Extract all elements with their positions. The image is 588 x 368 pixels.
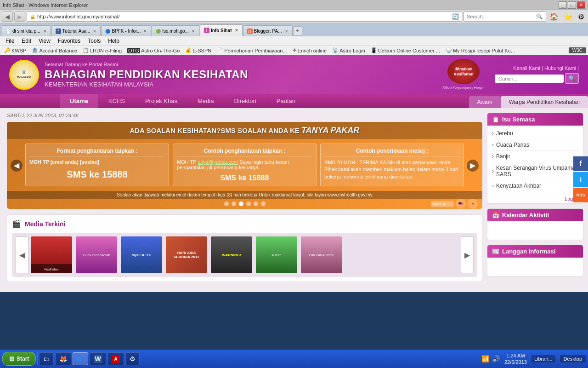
sidebar-arrow-3: › <box>492 153 494 160</box>
sidebar-item-banjir[interactable]: › Banjir <box>492 151 578 162</box>
taskbar-desktop-label[interactable]: Librari... <box>531 355 555 362</box>
tab-close-6[interactable]: ✕ <box>285 29 288 34</box>
fav-account-balance[interactable]: 🏦 Account Balance <box>29 47 79 54</box>
tab-blogger[interactable]: B Blogger: PA... ✕ <box>243 25 293 36</box>
banner-next[interactable]: ▶ <box>467 160 479 172</box>
nav-wrapper: Utama KCHS Projek Khas Media Direktori P… <box>0 94 588 108</box>
media-thumb-2[interactable]: Guru Prasekolah <box>76 236 117 273</box>
fav-permohonan[interactable]: 📄 Permohonan Pembiayaan... <box>215 47 289 54</box>
fav-kwsp[interactable]: 🔑 KWSP <box>2 47 28 54</box>
social-twitter[interactable]: t <box>573 172 588 187</box>
media-thumb-1[interactable]: Kesihatan <box>31 236 72 273</box>
carousel-prev[interactable]: ◀ <box>16 236 28 273</box>
tab-close-2[interactable]: ✕ <box>93 29 96 34</box>
nav-media[interactable]: Media <box>187 94 224 108</box>
social-rss[interactable]: RSS <box>573 188 588 202</box>
sidebar-isu-more[interactable]: Lagi... <box>487 194 583 203</box>
maximize-btn[interactable]: □ <box>568 1 576 9</box>
fav-lhdn[interactable]: 📋 LHDN e-Filing <box>80 47 124 54</box>
fav-astro[interactable]: OTG Astro On-The-Go <box>125 47 182 54</box>
media-thumb-4[interactable]: HARI AIDSSEDUNIA 2012 <box>166 236 207 273</box>
menu-favorites[interactable]: Favorites <box>54 37 84 45</box>
window-chrome: Info Sihat - Windows Internet Explorer _… <box>0 0 588 10</box>
banner-dot-3[interactable] <box>239 201 243 206</box>
banner-prev[interactable]: ◀ <box>11 160 23 172</box>
minimize-btn[interactable]: _ <box>559 1 567 9</box>
media-thumb-6[interactable]: Autism <box>256 236 297 273</box>
aud-tab-warga[interactable]: Warga Pendidikan Kesihatan <box>501 96 588 108</box>
sidebar-item-kenyataan[interactable]: › Kenyataan Akhbar <box>492 180 578 191</box>
fav-enrich-label: Enrich online <box>298 48 327 53</box>
nav-kchs[interactable]: KCHS <box>98 94 135 108</box>
search-form: 🔍 <box>495 73 579 84</box>
tab-label-5: Info Sihat <box>211 28 232 33</box>
aud-tab-awam[interactable]: Awam <box>469 96 501 108</box>
menu-edit[interactable]: Edit <box>18 37 35 45</box>
media-thumb-5[interactable]: WARNING! <box>211 236 252 273</box>
banner-dot-6[interactable] <box>261 201 266 206</box>
taskbar-explorer[interactable]: 🗂 <box>39 352 54 365</box>
taskbar-ie[interactable]: e <box>73 352 88 365</box>
tab-close-1[interactable]: ✕ <box>43 29 47 34</box>
carousel-next[interactable]: ▶ <box>461 236 474 273</box>
fav-enrich[interactable]: ✈ Enrich online <box>290 47 329 54</box>
search-bar[interactable]: 🔍 <box>464 12 546 22</box>
tab-close-5[interactable]: ✕ <box>235 28 238 33</box>
taskbar-acrobat[interactable]: A <box>107 352 124 365</box>
w3c-badge[interactable]: W3C <box>569 47 586 53</box>
banner-dot-4[interactable] <box>246 201 251 206</box>
sidebar-item-jerebu[interactable]: › Jerebu <box>492 128 578 139</box>
sidebar-item-cuaca[interactable]: › Cuaca Panas <box>492 139 578 151</box>
media-thumb-3[interactable]: MyHEALTH <box>121 236 162 273</box>
banner-dot-5[interactable] <box>254 201 258 206</box>
fav-myresipi[interactable]: 🍚 My Resipi resepi Pulut Ku... <box>443 47 517 54</box>
sidebar-langgan: 📰 Langgan Informasi <box>487 245 583 276</box>
tab-favicon-6: B <box>247 29 253 34</box>
back-btn[interactable]: ◀ <box>2 12 13 22</box>
sidebar-item-cuaca-label: Cuaca Panas <box>496 142 529 148</box>
taskbar-show-desktop[interactable]: Desktop <box>560 355 586 362</box>
star-icon[interactable]: ⭐ <box>562 12 575 21</box>
media-thumb-7[interactable]: Cari Cari Autisme <box>301 236 342 273</box>
nav-direktori[interactable]: Direktori <box>224 94 266 108</box>
fav-astro-login[interactable]: 📡 Astro Login <box>330 47 368 54</box>
forward-btn[interactable]: ▶ <box>14 12 25 22</box>
tools-icon[interactable]: ⚙ <box>576 12 586 21</box>
banner-card2-sms: SMS ke 15888 <box>177 174 312 182</box>
tab-fsq[interactable]: 🟢 fsq.moh.go... ✕ <box>152 25 199 36</box>
nav-utama[interactable]: Utama <box>60 94 98 108</box>
tab-tutorial[interactable]: f Tutorial Asa... ✕ <box>51 25 101 36</box>
nav-projek[interactable]: Projek Khas <box>135 94 187 108</box>
tab-close-4[interactable]: ✕ <box>192 29 195 34</box>
fav-esspn[interactable]: 💰 E-SSPN <box>183 47 214 54</box>
tab-close-3[interactable]: ✕ <box>143 29 147 34</box>
browser-search-input[interactable] <box>467 14 534 19</box>
menu-view[interactable]: View <box>35 37 54 45</box>
taskbar-firefox[interactable]: 🦊 <box>55 352 71 365</box>
start-button[interactable]: ⊞ Start <box>2 352 36 366</box>
tab-di-sini[interactable]: 📄 di sini kita p... ✕ <box>2 25 51 36</box>
search-icon[interactable]: 🔍 <box>536 13 543 20</box>
url-input[interactable] <box>37 14 450 19</box>
taskbar-word[interactable]: W <box>90 352 106 365</box>
banner-dot-1[interactable] <box>224 201 229 206</box>
taskbar-settings[interactable]: ⚙ <box>125 352 140 365</box>
site-search-input[interactable] <box>495 75 564 83</box>
nav-pautan[interactable]: Pautan <box>266 94 305 108</box>
tab-bpfk[interactable]: 🔵 BPFK - Infor... ✕ <box>101 25 151 36</box>
home-icon[interactable]: 🏠 <box>548 12 560 21</box>
banner-dot-2[interactable] <box>232 201 236 206</box>
menu-file[interactable]: File <box>2 37 18 45</box>
tab-infosihat-active[interactable]: i Info Sihat ✕ <box>200 24 243 36</box>
refresh-icon[interactable]: 🔄 <box>452 13 459 20</box>
menu-tools[interactable]: Tools <box>84 37 104 45</box>
fav-celcom[interactable]: 📱 Celcom Online Customer ... <box>368 47 442 54</box>
menu-help[interactable]: Help <box>104 37 123 45</box>
social-facebook[interactable]: f <box>573 156 588 171</box>
sidebar-item-kesan[interactable]: › Kesan Serangan Virus Umpama SARS <box>492 162 578 180</box>
address-bar[interactable]: 🔒 🔄 <box>27 12 462 22</box>
fav-astro-icon: OTG <box>127 48 140 53</box>
new-tab-btn[interactable]: + <box>293 26 302 35</box>
close-btn[interactable]: ✕ <box>577 1 585 9</box>
site-search-btn[interactable]: 🔍 <box>565 73 579 84</box>
